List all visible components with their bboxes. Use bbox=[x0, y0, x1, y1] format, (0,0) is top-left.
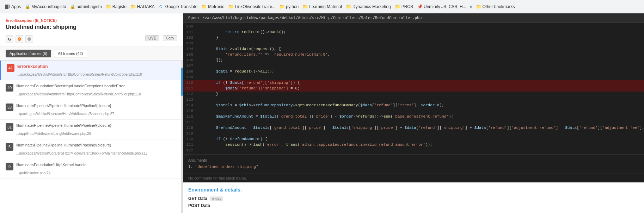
svg-text:i: i bbox=[29, 38, 30, 41]
code-line-117: 117 bbox=[183, 120, 644, 125]
more-bookmarks[interactable]: » bbox=[468, 3, 474, 10]
code-line-120: 120 if (! $refundAmount) { bbox=[183, 137, 644, 142]
stackoverflow-icon-btn[interactable]: S bbox=[16, 35, 23, 43]
code-line-115: 115 bbox=[183, 108, 644, 114]
frame-title-40: Illuminate\Foundation\Bootstrap\HandleEx… bbox=[16, 84, 125, 88]
get-badge: empty bbox=[210, 196, 223, 201]
code-line-111: 111 $data['refund']['shipping'] = 0; bbox=[183, 86, 644, 92]
linkofwebsite-bookmark[interactable]: 📁 LinkOfwebsiteTraini... bbox=[226, 4, 277, 10]
svg-rect-0 bbox=[5, 5, 7, 6]
left-panel: ErrorException (E_NOTICE) Undefined inde… bbox=[0, 13, 183, 213]
error-message: Undefined index: shipping bbox=[6, 24, 177, 30]
unminify-label: Unminify JS, CSS, H... bbox=[424, 4, 466, 9]
frame-path-5: .../packages/Webkul/Core/src/Http/Middle… bbox=[16, 151, 175, 155]
frame-33[interactable]: 33 Illuminate\Pipeline\Pipeline Illumina… bbox=[0, 100, 181, 120]
frame-title-31: Illuminate\Pipeline\Pipeline Illuminate\… bbox=[16, 123, 111, 127]
other-bookmarks-label: Other bookmarks bbox=[483, 4, 515, 9]
bagisto-bookmark[interactable]: 📁 Bagisto bbox=[104, 4, 129, 10]
myaccount-bookmark[interactable]: 🔒 MyAccountbagisto bbox=[23, 4, 68, 10]
python-bookmark[interactable]: 📁 python bbox=[277, 4, 301, 10]
frame-5[interactable]: 5 Illuminate\Pipeline\Pipeline Illuminat… bbox=[0, 139, 181, 159]
svg-rect-4 bbox=[7, 6, 8, 8]
dynamics-label: Dynamics Marketing bbox=[352, 4, 391, 9]
folder-icon-5: 📁 bbox=[280, 4, 284, 9]
folder-icon-4: 📁 bbox=[228, 4, 233, 9]
all-frames-tab[interactable]: All frames (42) bbox=[54, 50, 87, 57]
learning-label: Learning Material bbox=[309, 4, 342, 9]
code-line-119: 119 bbox=[183, 131, 644, 137]
live-tag[interactable]: LIVE bbox=[145, 35, 159, 41]
metronic-bookmark[interactable]: 📁 Metronic bbox=[200, 4, 226, 10]
apps-icon bbox=[5, 4, 10, 9]
apps-label: Apps bbox=[11, 4, 21, 9]
svg-rect-6 bbox=[5, 8, 7, 9]
folder-icon-2: 📁 bbox=[131, 4, 136, 9]
error-type: ErrorException (E_NOTICE) bbox=[6, 18, 177, 23]
prcs-label: PRCS bbox=[401, 4, 413, 9]
code-line-102: 102 } bbox=[183, 35, 644, 41]
code-line-104: 104 $this->validate(request(), [ bbox=[183, 46, 644, 52]
adminbagisto-label: adminbagisto bbox=[76, 4, 102, 9]
code-file-path: Open: /var/www/html/bagistoNew/packages/… bbox=[183, 13, 644, 23]
frame-41[interactable]: 41 ErrorException .../packages/Webkul/Ad… bbox=[0, 61, 181, 80]
frame-num-41: 41 bbox=[7, 64, 14, 72]
code-line-110: 110 if (! $data['refund']['shipping']) { bbox=[183, 80, 644, 86]
code-line-118: 118 $refundAmount = $totals['grand_total… bbox=[183, 125, 644, 131]
frame-title-0: Illuminate\Foundation\Http\Kernel handle bbox=[16, 163, 86, 167]
lock-icon: 🔒 bbox=[25, 4, 30, 9]
main-content: ErrorException (E_NOTICE) Undefined inde… bbox=[0, 13, 644, 213]
code-viewer[interactable]: 100 101 return redirect()->back(); 102 }… bbox=[183, 23, 644, 154]
browser-toolbar: Apps 🔒 MyAccountbagisto 🔒 adminbagisto 📁… bbox=[0, 0, 644, 13]
translate-icon: G bbox=[159, 4, 164, 9]
post-data-row: POST Data bbox=[188, 203, 639, 208]
folder-icon-1: 📁 bbox=[106, 4, 111, 9]
frame-31[interactable]: 31 Illuminate\Pipeline\Pipeline Illumina… bbox=[0, 120, 181, 139]
info-icon-btn[interactable]: i bbox=[25, 35, 33, 43]
adminbagisto-bookmark[interactable]: 🔒 adminbagisto bbox=[68, 4, 104, 10]
other-bookmarks[interactable]: 📁 Other bookmarks bbox=[474, 4, 517, 10]
code-line-101: 101 return redirect()->back(); bbox=[183, 30, 644, 35]
hadara-bookmark[interactable]: 📁 HADARA bbox=[129, 4, 157, 10]
svg-rect-1 bbox=[7, 5, 8, 6]
environment-section: Environment & details: GET Data empty PO… bbox=[183, 182, 644, 213]
no-comments: No comments for this stack frame. bbox=[183, 174, 644, 182]
folder-icon-3: 📁 bbox=[202, 4, 207, 9]
frame-0[interactable]: 0 Illuminate\Foundation\Http\Kernel hand… bbox=[0, 159, 181, 179]
right-panel: Open: /var/www/html/bagistoNew/packages/… bbox=[183, 13, 644, 213]
env-title: Environment & details: bbox=[188, 187, 639, 193]
copy-button[interactable]: Copy bbox=[163, 35, 177, 41]
code-line-108: 108 $data = request()->all(); bbox=[183, 69, 644, 75]
apps-bookmark[interactable]: Apps bbox=[3, 4, 23, 10]
learning-bookmark[interactable]: 📁 Learning Material bbox=[301, 4, 344, 10]
prcs-bookmark[interactable]: 📁 PRCS bbox=[393, 4, 415, 10]
code-line-105: 105 'refund.items.*' => 'required|numeri… bbox=[183, 52, 644, 58]
unminify-bookmark[interactable]: 📌 Unminify JS, CSS, H... bbox=[415, 4, 468, 10]
frame-40[interactable]: 40 Illuminate\Foundation\Bootstrap\Handl… bbox=[0, 80, 181, 100]
hadara-label: HADARA bbox=[137, 4, 155, 9]
linkofwebsite-label: LinkOfwebsiteTraini... bbox=[235, 4, 275, 9]
frame-num-0: 0 bbox=[6, 163, 13, 170]
post-label: POST Data bbox=[188, 203, 210, 208]
dynamics-bookmark[interactable]: 📁 Dynamics Marketing bbox=[344, 4, 393, 10]
folder-icon-6: 📁 bbox=[303, 4, 308, 9]
frame-path-40: .../packages/Webkul/Admin/src/Http/Contr… bbox=[16, 92, 175, 96]
error-header: ErrorException (E_NOTICE) Undefined inde… bbox=[0, 13, 183, 47]
code-line-121: 121 session()->flash('error', trans('adm… bbox=[183, 142, 644, 148]
argument-value: "Undefined index: shipping" bbox=[195, 164, 258, 169]
frame-path-0: .../public/index.php:74 bbox=[16, 171, 175, 175]
argument-index: 1. bbox=[188, 164, 193, 169]
myaccount-label: MyAccountbagisto bbox=[31, 4, 66, 9]
svg-text:S: S bbox=[18, 38, 20, 41]
frames-tabs: Application frames (6) All frames (42) bbox=[0, 47, 183, 61]
frame-num-40: 40 bbox=[6, 84, 13, 92]
app-frames-tab[interactable]: Application frames (6) bbox=[6, 50, 51, 57]
pin-icon: 📌 bbox=[417, 4, 422, 9]
svg-rect-7 bbox=[7, 8, 8, 9]
google-icon-btn[interactable]: G bbox=[6, 35, 13, 43]
frame-title-33: Illuminate\Pipeline\Pipeline Illuminate\… bbox=[16, 104, 111, 108]
frame-path-33: .../packages/Webkul/User/src/Http/Middle… bbox=[16, 112, 175, 116]
frame-num-5: 5 bbox=[6, 143, 13, 151]
svg-text:G: G bbox=[159, 5, 162, 9]
translate-bookmark[interactable]: G Google Translate bbox=[157, 4, 200, 10]
code-line-116: 116 $maxRefundAmount = $totals['grand_to… bbox=[183, 114, 644, 120]
